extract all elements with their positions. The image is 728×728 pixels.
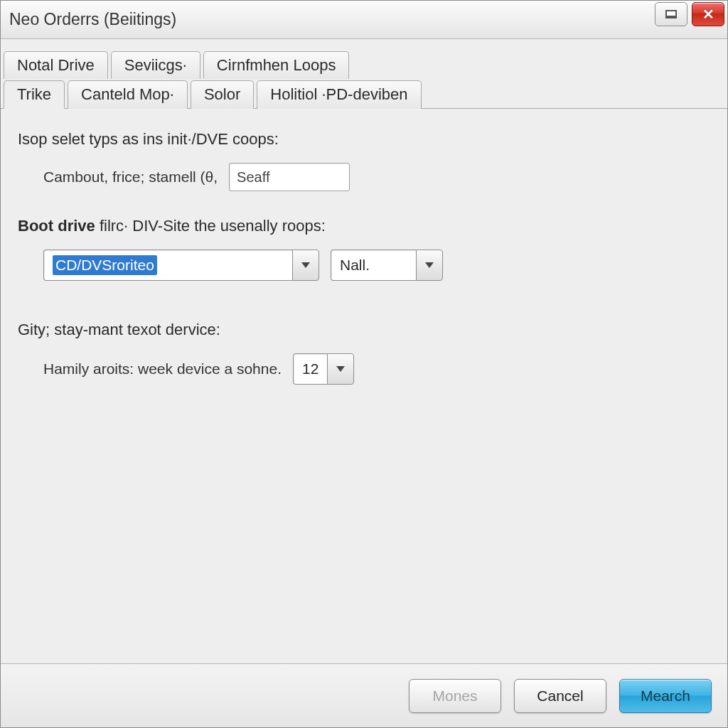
secondary-combo-drop[interactable] xyxy=(416,250,443,281)
section3-field-label: Hamily aroits: week device a sohne. xyxy=(43,360,282,378)
section1-input[interactable] xyxy=(229,163,350,191)
tab-canteld-mop[interactable]: Canteld Mop· xyxy=(68,80,188,109)
section1-field-label: Cambout, frice; stamell (θ, xyxy=(43,168,218,186)
tab-notal-drive[interactable]: Notal Drive xyxy=(4,51,108,79)
device-count-combo[interactable]: 12 xyxy=(293,353,354,385)
tab-cirnfmhen-loops[interactable]: Cirnfmhen Loops xyxy=(203,51,350,79)
section1-label: Isop selet typs as ins init·/DVE coops: xyxy=(18,130,710,149)
section3-row: Hamily aroits: week device a sohne. 12 xyxy=(18,353,710,385)
dialog-window: Neo Orderrs (Beiitings) ✕ Notal Drive Se… xyxy=(0,0,728,728)
titlebar: Neo Orderrs (Beiitings) ✕ xyxy=(1,1,727,39)
device-count-display: 12 xyxy=(293,353,327,385)
tab-panel: Isop selet typs as ins init·/DVE coops: … xyxy=(1,109,727,663)
tabstrip-lower: Trike Canteld Mop· Solor Holitiol ·PD-de… xyxy=(1,80,727,109)
tab-trike[interactable]: Trike xyxy=(4,80,65,109)
section2-lead: Boot drive xyxy=(18,217,95,235)
close-icon: ✕ xyxy=(702,6,714,23)
secondary-combo-display: Nall. xyxy=(331,250,416,281)
tab-holitiol-pd[interactable]: Holitiol ·PD-deviben xyxy=(257,80,421,109)
boot-drive-combo[interactable]: CD/DVSroriteo xyxy=(43,250,319,281)
minimize-button[interactable] xyxy=(655,2,687,26)
boot-drive-combo-value: CD/DVSroriteo xyxy=(53,255,157,275)
cancel-button[interactable]: Cancel xyxy=(514,679,606,713)
window-controls: ✕ xyxy=(655,2,724,26)
boot-drive-combo-display: CD/DVSroriteo xyxy=(43,250,292,281)
minimize-icon xyxy=(665,10,677,18)
mones-button[interactable]: Mones xyxy=(409,679,501,713)
window-title: Neo Orderrs (Beiitings) xyxy=(9,10,176,29)
section1-row: Cambout, frice; stamell (θ, xyxy=(18,163,710,191)
section2-row: CD/DVSroriteo Nall. xyxy=(18,250,710,281)
device-count-drop[interactable] xyxy=(327,353,354,385)
section3-label: Gity; stay-mant texot dervice: xyxy=(18,321,710,339)
chevron-down-icon xyxy=(301,262,310,268)
chevron-down-icon xyxy=(425,262,434,268)
dialog-button-bar: Mones Cancel Mearch xyxy=(1,663,727,727)
tab-solor[interactable]: Solor xyxy=(191,80,254,109)
mearch-button[interactable]: Mearch xyxy=(619,679,712,713)
client-area: Notal Drive Seviicgs· Cirnfmhen Loops Tr… xyxy=(1,39,727,727)
secondary-combo[interactable]: Nall. xyxy=(331,250,443,281)
tabstrip-upper: Notal Drive Seviicgs· Cirnfmhen Loops xyxy=(1,50,727,78)
tab-seviicgs[interactable]: Seviicgs· xyxy=(111,51,200,79)
section2-rest: filrc· DIV-Site the usenally roops: xyxy=(95,217,326,235)
boot-drive-combo-drop[interactable] xyxy=(292,250,319,281)
close-button[interactable]: ✕ xyxy=(692,2,724,26)
chevron-down-icon xyxy=(336,366,345,372)
section2-label: Boot drive filrc· DIV-Site the usenally … xyxy=(18,217,710,235)
